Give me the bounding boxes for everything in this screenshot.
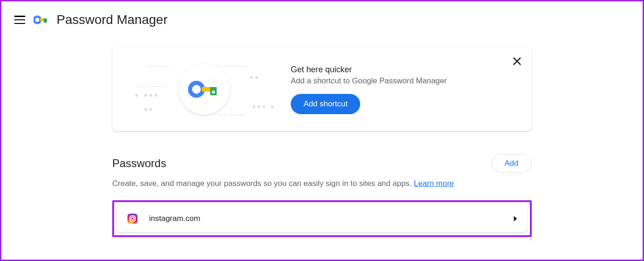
learn-more-link[interactable]: Learn more <box>414 179 454 188</box>
chevron-right-icon <box>514 216 517 221</box>
close-icon[interactable] <box>512 56 523 67</box>
svg-rect-4 <box>202 87 211 92</box>
svg-point-0 <box>34 17 40 23</box>
passwords-description: Create, save, and manage your passwords … <box>112 179 532 188</box>
promo-illustration <box>126 59 282 119</box>
svg-rect-2 <box>44 18 47 23</box>
passwords-section-header: Passwords Add <box>112 154 532 173</box>
svg-rect-6 <box>212 91 215 93</box>
svg-rect-7 <box>127 214 138 224</box>
passwords-description-text: Create, save, and manage your passwords … <box>112 179 414 188</box>
password-manager-logo-icon <box>34 12 48 27</box>
menu-icon[interactable] <box>14 16 25 24</box>
svg-point-10 <box>134 216 135 217</box>
password-entry-row[interactable]: instagram.com <box>117 205 527 232</box>
svg-point-3 <box>190 83 203 96</box>
key-icon <box>179 64 230 115</box>
promo-description: Add a shortcut to Google Password Manage… <box>291 76 518 86</box>
highlighted-password-entry: instagram.com <box>112 200 532 237</box>
app-frame: Password Manager <box>0 0 644 261</box>
shortcut-promo-card: Get here quicker Add a shortcut to Googl… <box>112 47 532 131</box>
header: Password Manager <box>1 1 643 38</box>
passwords-title: Passwords <box>112 157 166 170</box>
add-password-button[interactable]: Add <box>491 154 532 173</box>
svg-rect-1 <box>40 18 44 21</box>
add-shortcut-button[interactable]: Add shortcut <box>291 94 360 114</box>
promo-heading: Get here quicker <box>291 65 518 75</box>
promo-text: Get here quicker Add a shortcut to Googl… <box>291 65 518 114</box>
instagram-icon <box>127 213 138 224</box>
main-content: Get here quicker Add a shortcut to Googl… <box>103 47 541 237</box>
site-name: instagram.com <box>149 214 514 223</box>
page-title: Password Manager <box>57 12 167 27</box>
